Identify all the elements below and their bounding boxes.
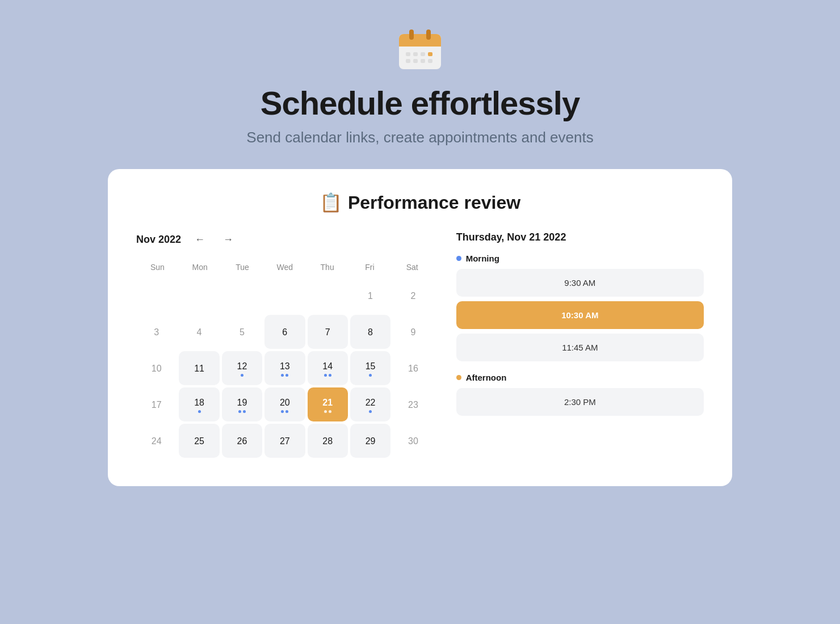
calendar-day-cell[interactable]: 21 [308,387,348,421]
day-number: 6 [282,327,287,338]
calendar-day-cell[interactable]: 19 [222,387,262,421]
calendar-day-cell: 5 [222,315,262,349]
day-number: 17 [152,400,162,410]
calendar-day-cell[interactable]: 25 [179,424,219,458]
calendar-days: 1234567891011121314151617181920212223242… [136,279,434,458]
calendar-day-cell: 9 [393,315,433,349]
day-number: 2 [410,291,415,301]
next-month-button[interactable]: → [219,231,238,248]
calendar-day-cell [179,279,219,313]
scheduling-card: 📋 Performance review Nov 2022 ← → SunMon… [108,169,732,486]
calendar-day-cell[interactable]: 7 [308,315,348,349]
day-dots [281,410,288,413]
calendar-day-cell: 2 [393,279,433,313]
time-group-name: Afternoon [466,373,507,382]
day-number: 24 [152,436,162,446]
time-group-label: Morning [456,254,704,263]
calendar-day-cell: 3 [136,315,177,349]
calendar-day-cell[interactable]: 6 [264,315,305,349]
day-number: 9 [410,327,415,338]
calendar-day-cell[interactable]: 8 [350,315,390,349]
calendar-day-cell: 4 [179,315,219,349]
group-dot-indicator [456,256,461,261]
svg-rect-5 [406,52,410,56]
calendar-day-cell[interactable]: 22 [350,387,390,421]
day-number: 3 [154,327,159,338]
calendar-day-cell[interactable]: 28 [308,424,348,458]
day-number: 4 [197,327,202,338]
day-number: 30 [408,436,418,446]
calendar-day-cell[interactable]: 11 [179,351,219,385]
calendar-day-cell[interactable]: 14 [308,351,348,385]
day-number: 25 [194,436,204,446]
day-number: 5 [240,327,245,338]
calendar-day-cell[interactable]: 18 [179,387,219,421]
time-slot[interactable]: 9:30 AM [456,269,704,297]
svg-rect-7 [421,52,425,56]
day-number: 29 [366,436,376,446]
day-dots [198,410,201,413]
calendar-day-cell[interactable]: 29 [350,424,390,458]
day-number: 21 [322,398,333,408]
dot-indicator [369,410,372,413]
card-emoji: 📋 [320,192,342,213]
weekday-label: Sat [391,259,434,275]
day-dots [324,410,331,413]
svg-rect-3 [409,29,414,40]
day-number: 27 [280,436,290,446]
day-dots [241,374,243,377]
day-number: 16 [408,364,418,374]
dot-indicator [324,374,327,377]
calendar-day-cell[interactable]: 26 [222,424,262,458]
time-slot[interactable]: 2:30 PM [456,388,704,416]
dot-indicator [324,410,327,413]
calendar-day-cell: 24 [136,424,177,458]
calendar-section: Nov 2022 ← → SunMonTueWedThuFriSat 12345… [136,231,434,458]
calendar-day-cell: 1 [350,279,390,313]
calendar-day-cell[interactable]: 20 [264,387,305,421]
dot-indicator [329,374,331,377]
calendar-day-cell[interactable]: 12 [222,351,262,385]
day-number: 13 [280,361,290,372]
weekday-label: Mon [179,259,221,275]
calendar-day-cell: 16 [393,351,433,385]
svg-rect-2 [399,41,441,47]
day-dots [324,374,331,377]
day-number: 22 [366,398,376,408]
calendar-day-cell [308,279,348,313]
calendar-day-cell[interactable]: 27 [264,424,305,458]
day-dots [369,410,372,413]
time-group: Morning9:30 AM10:30 AM11:45 AM [456,254,704,361]
dot-indicator [243,410,246,413]
calendar-day-cell[interactable]: 15 [350,351,390,385]
day-number: 20 [280,398,290,408]
day-number: 1 [368,291,373,301]
group-dot-indicator [456,375,461,380]
calendar-icon [394,23,446,74]
day-number: 12 [237,361,247,372]
time-slot[interactable]: 10:30 AM [456,301,704,329]
calendar-day-cell[interactable]: 13 [264,351,305,385]
day-number: 26 [237,436,247,446]
svg-rect-4 [426,29,431,40]
calendar-day-cell: 23 [393,387,433,421]
dot-indicator [285,374,288,377]
card-title-text: Performance review [348,192,520,213]
day-number: 19 [237,398,247,408]
calendar-day-cell [264,279,305,313]
day-number: 28 [322,436,333,446]
prev-month-button[interactable]: ← [190,231,209,248]
timeslots-date: Thursday, Nov 21 2022 [456,231,704,243]
day-dots [369,374,372,377]
time-slot[interactable]: 11:45 AM [456,334,704,361]
calendar-weekdays: SunMonTueWedThuFriSat [136,259,434,275]
day-number: 8 [368,327,373,338]
day-number: 14 [322,361,333,372]
calendar-grid: SunMonTueWedThuFriSat 123456789101112131… [136,259,434,458]
time-group: Afternoon2:30 PM [456,373,704,416]
day-dots [281,374,288,377]
dot-indicator [198,410,201,413]
weekday-label: Thu [306,259,348,275]
day-number: 10 [152,364,162,374]
calendar-month: Nov 2022 [136,234,181,246]
